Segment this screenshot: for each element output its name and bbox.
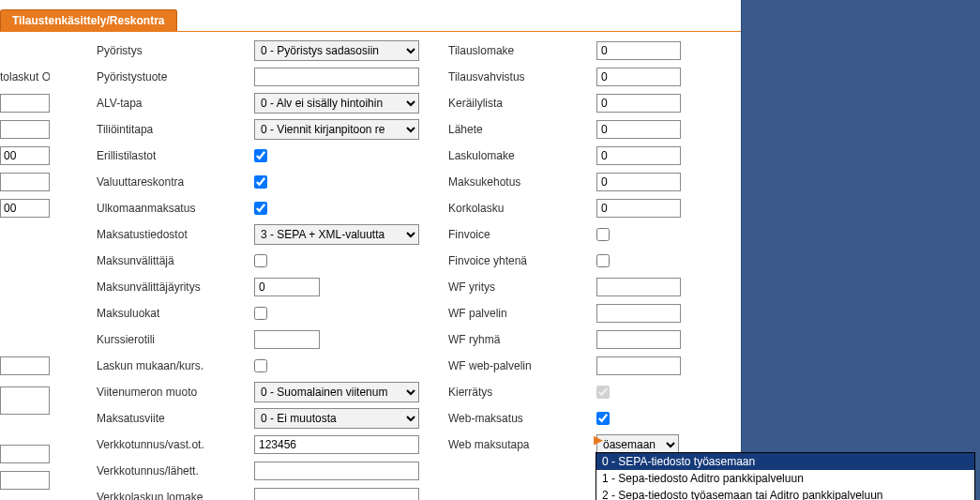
- select-alvtapa[interactable]: 0 - Alv ei sisälly hintoihin: [254, 93, 419, 114]
- cutoff-input-2[interactable]: [0, 120, 50, 139]
- input-maksunvalittajayritys[interactable]: [254, 278, 320, 296]
- label-viitenumeron: Viitenumeron muoto: [97, 386, 254, 399]
- label-korkolasku: Korkolasku: [448, 202, 596, 215]
- label-webmaksutapa: Web maksutapa: [448, 438, 596, 451]
- input-wfryhma[interactable]: [596, 330, 681, 349]
- checkbox-webmaksatus[interactable]: [596, 412, 610, 425]
- checkbox-finvoice[interactable]: [596, 228, 610, 241]
- right-panel: [741, 0, 980, 500]
- label-alvtapa: ALV-tapa: [97, 97, 254, 110]
- checkbox-laskunmukaan[interactable]: [254, 359, 267, 372]
- cutoff-input-1[interactable]: [0, 94, 50, 113]
- cutoff-input-3[interactable]: [0, 146, 50, 165]
- label-maksunvalittaja: Maksunvälittäjä: [97, 254, 254, 267]
- checkbox-maksuluokat[interactable]: [254, 307, 267, 320]
- label-erillistilastot: Erillistilastot: [97, 149, 254, 162]
- input-kerailylista[interactable]: [596, 94, 681, 113]
- label-wfryhma: WF ryhmä: [448, 333, 596, 346]
- dropdown-option-0[interactable]: 0 - SEPA-tiedosto työasemaan: [596, 453, 974, 470]
- column-1: Pyöristys 0 - Pyöristys sadasosiin Pyöri…: [97, 38, 430, 500]
- label-laskulomake: Laskulomake: [448, 149, 596, 162]
- label-maksuluokat: Maksuluokat: [97, 307, 254, 320]
- input-verkkolaskun[interactable]: [254, 488, 419, 500]
- label-maksatusviite: Maksatusviite: [97, 412, 254, 425]
- input-kurssierotili[interactable]: [254, 330, 320, 349]
- cutoff-input-9[interactable]: [0, 471, 50, 490]
- select-pyoristys[interactable]: 0 - Pyöristys sadasosiin: [254, 40, 419, 61]
- checkbox-erillistilastot[interactable]: [254, 149, 267, 162]
- label-valuuttareskontra: Valuuttareskontra: [97, 175, 254, 189]
- checkbox-maksunvalittaja[interactable]: [254, 254, 267, 267]
- label-ulkomaanmaksatus: Ulkomaanmaksatus: [97, 202, 254, 215]
- select-maksatusviite[interactable]: 0 - Ei muutosta: [254, 408, 419, 429]
- column-2: Tilauslomake Tilausvahvistus Keräilylist…: [448, 38, 720, 458]
- label-wfpalvelin: WF palvelin: [448, 307, 596, 320]
- label-maksatustiedostot: Maksatustiedostot: [97, 228, 254, 241]
- label-tilauslomake: Tilauslomake: [448, 44, 596, 57]
- input-tilausvahvistus[interactable]: [596, 68, 681, 86]
- cutoff-text: tolaskut Oy: [0, 70, 50, 83]
- label-wfwebpalvelin: WF web-palvelin: [448, 359, 596, 372]
- label-laskunmukaan: Laskun mukaan/kurs.: [97, 359, 254, 372]
- label-verkkotunnuslahet: Verkkotunnus/lähett.: [97, 464, 254, 477]
- label-lahete: Lähete: [448, 123, 596, 136]
- input-korkolasku[interactable]: [596, 199, 681, 218]
- label-kerailylista: Keräilylista: [448, 97, 596, 110]
- cutoff-input-7[interactable]: [0, 386, 50, 415]
- label-maksukehotus: Maksukehotus: [448, 175, 596, 189]
- input-verkkotunnusvast[interactable]: [254, 435, 419, 454]
- input-pyoristystuote[interactable]: [254, 68, 419, 86]
- label-verkkotunnusvast: Verkkotunnus/vast.ot.: [97, 438, 254, 451]
- label-webmaksatus: Web-maksatus: [448, 412, 596, 425]
- checkbox-ulkomaanmaksatus[interactable]: [254, 202, 267, 215]
- webmaksutapa-dropdown-list[interactable]: 0 - SEPA-tiedosto työasemaan 1 - Sepa-ti…: [596, 452, 975, 500]
- tab-bar: Tilaustenkäsittely/Reskontra: [0, 9, 177, 32]
- cutoff-input-8[interactable]: [0, 445, 50, 463]
- left-cutoff-column: tolaskut Oy: [0, 38, 52, 493]
- checkbox-finvoiceyhtena[interactable]: [596, 254, 610, 267]
- input-wfyritys[interactable]: [596, 278, 681, 296]
- dropdown-option-1[interactable]: 1 - Sepa-tiedosto Aditro pankkipalveluun: [596, 470, 974, 487]
- label-kurssierotili: Kurssierotili: [97, 333, 254, 346]
- select-tiliointitapa[interactable]: 0 - Viennit kirjanpitoon re: [254, 119, 419, 140]
- input-wfpalvelin[interactable]: [596, 304, 681, 323]
- tab-underline: [0, 31, 741, 32]
- cutoff-input-6[interactable]: [0, 356, 50, 375]
- form-area: tolaskut Oy Pyöristys 0 - Pyöristys sada…: [0, 38, 741, 500]
- select-viitenumeron[interactable]: 0 - Suomalainen viitenum: [254, 382, 419, 402]
- label-pyoristys: Pyöristys: [97, 44, 254, 57]
- input-laskulomake[interactable]: [596, 146, 681, 165]
- input-verkkotunnuslahet[interactable]: [254, 462, 419, 480]
- label-tilausvahvistus: Tilausvahvistus: [448, 70, 596, 83]
- dropdown-option-2[interactable]: 2 - Sepa-tiedosto työasemaan tai Aditro …: [596, 487, 974, 500]
- label-wfyritys: WF yritys: [448, 280, 596, 294]
- label-finvoiceyhtena: Finvoice yhtenä: [448, 254, 596, 267]
- checkbox-kierratys: [596, 386, 610, 399]
- input-tilauslomake[interactable]: [596, 41, 681, 60]
- input-maksukehotus[interactable]: [596, 173, 681, 191]
- label-pyoristystuote: Pyöristystuote: [97, 70, 254, 83]
- checkbox-valuuttareskontra[interactable]: [254, 175, 267, 189]
- input-lahete[interactable]: [596, 120, 681, 139]
- label-maksunvalittajayritys: Maksunvälittäjäyritys: [97, 280, 254, 294]
- cutoff-input-5[interactable]: [0, 199, 50, 218]
- input-wfwebpalvelin[interactable]: [596, 356, 681, 375]
- label-kierratys: Kierrätys: [448, 386, 596, 399]
- cutoff-input-4[interactable]: [0, 173, 50, 191]
- label-finvoice: Finvoice: [448, 228, 596, 241]
- label-tiliointitapa: Tiliöintitapa: [97, 123, 254, 136]
- tab-tilaustenkasittely[interactable]: Tilaustenkäsittely/Reskontra: [0, 9, 177, 32]
- select-maksatustiedostot[interactable]: 3 - SEPA + XML-valuutta: [254, 224, 419, 245]
- label-verkkolaskun: Verkkolaskun lomake: [97, 491, 254, 500]
